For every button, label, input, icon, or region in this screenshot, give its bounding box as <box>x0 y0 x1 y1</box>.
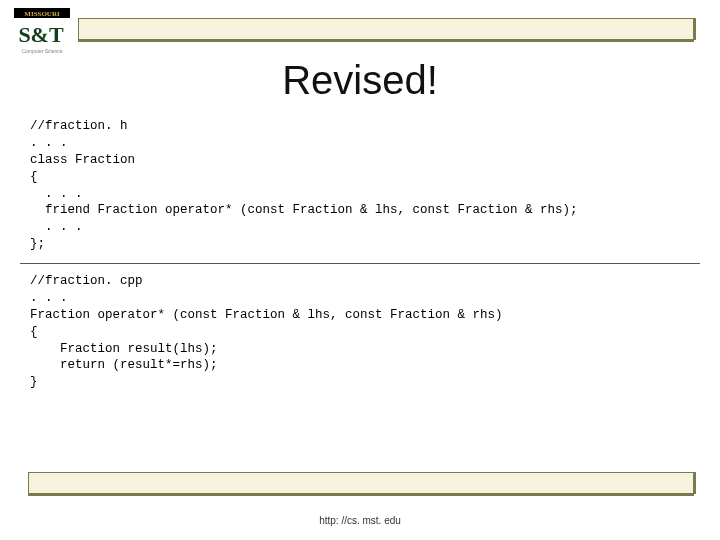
footer-bar <box>28 472 694 494</box>
divider <box>20 263 700 264</box>
svg-text:Computer Science: Computer Science <box>21 48 62 54</box>
svg-text:MISSOURI: MISSOURI <box>24 10 60 18</box>
code-block-impl: //fraction. cpp . . . Fraction operator*… <box>30 273 503 391</box>
header-bar <box>78 18 694 40</box>
code-block-header: //fraction. h . . . class Fraction { . .… <box>30 118 578 253</box>
footer-url: http: //cs. mst. edu <box>0 515 720 526</box>
svg-text:S&T: S&T <box>18 22 64 47</box>
slide-title: Revised! <box>0 58 720 103</box>
mst-logo: MISSOURI S&T Computer Science <box>14 8 70 56</box>
